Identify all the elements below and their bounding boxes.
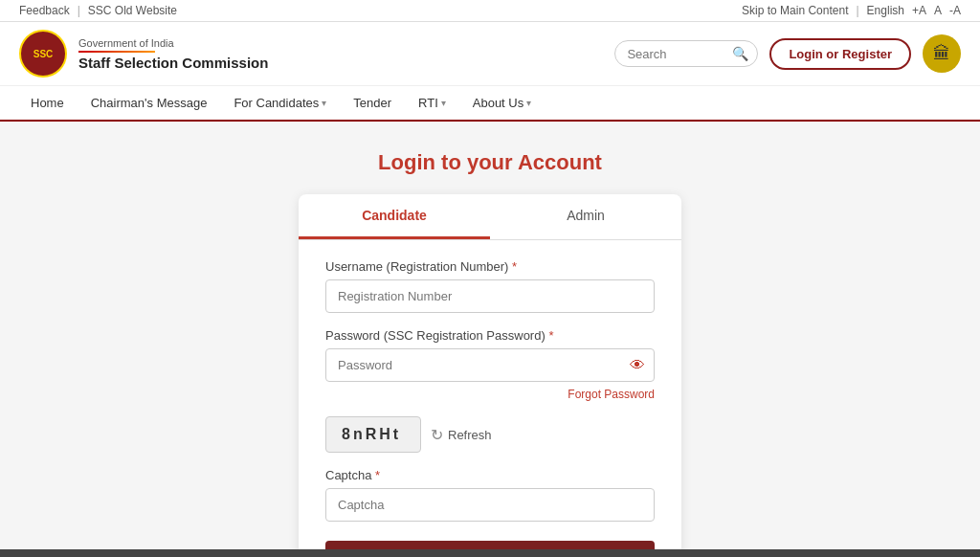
- captcha-input[interactable]: [325, 488, 655, 522]
- gov-label: Government of India: [78, 37, 268, 49]
- national-emblem: 🏛: [923, 34, 961, 73]
- top-separator: |: [78, 4, 80, 17]
- nav-rti[interactable]: RTI ▾: [407, 86, 457, 120]
- tab-candidate[interactable]: Candidate: [299, 194, 490, 239]
- refresh-label: Refresh: [448, 428, 492, 442]
- password-wrap: 👁: [325, 348, 655, 382]
- refresh-icon: ↻: [431, 426, 443, 444]
- logo-area: SSC Government of India Staff Selection …: [19, 30, 268, 78]
- main-content: Login to your Account Candidate Admin Us…: [0, 122, 980, 557]
- font-increase[interactable]: +A: [912, 4, 926, 17]
- tab-admin[interactable]: Admin: [490, 194, 681, 239]
- logo-divider: [78, 51, 155, 53]
- nav-about-us[interactable]: About Us ▾: [461, 86, 543, 120]
- captcha-label: Captcha *: [325, 468, 655, 482]
- nav-for-candidates[interactable]: For Candidates ▾: [222, 86, 338, 120]
- font-decrease[interactable]: -A: [949, 4, 961, 17]
- search-box[interactable]: 🔍: [614, 40, 758, 67]
- page-title: Login to your Account: [19, 150, 961, 175]
- top-bar-right: Skip to Main Content | English +A A -A: [742, 4, 961, 17]
- login-tabs: Candidate Admin: [299, 194, 681, 240]
- ssc-logo: SSC: [19, 30, 67, 78]
- chevron-down-icon: ▾: [322, 98, 326, 108]
- nav-home[interactable]: Home: [19, 86, 76, 120]
- top-bar-left: Feedback | SSC Old Website: [19, 4, 177, 17]
- password-label: Password (SSC Registration Password) *: [325, 328, 655, 343]
- chevron-down-icon: ▾: [441, 98, 446, 108]
- captcha-field-group: Captcha *: [325, 468, 655, 522]
- language-selector[interactable]: English: [867, 4, 904, 17]
- old-website-link[interactable]: SSC Old Website: [88, 4, 177, 17]
- top-bar: Feedback | SSC Old Website Skip to Main …: [0, 0, 980, 22]
- username-label: Username (Registration Number) *: [325, 259, 655, 274]
- chevron-down-icon: ▾: [526, 98, 531, 108]
- org-text: Government of India Staff Selection Comm…: [78, 37, 268, 71]
- forgot-password-link: Forgot Password: [325, 386, 655, 401]
- refresh-captcha-button[interactable]: ↻ Refresh: [431, 426, 492, 444]
- feedback-link[interactable]: Feedback: [19, 4, 70, 17]
- forgot-password-anchor[interactable]: Forgot Password: [568, 388, 655, 401]
- skip-to-main[interactable]: Skip to Main Content: [742, 4, 848, 17]
- password-input[interactable]: [325, 348, 655, 382]
- required-mark: *: [512, 259, 517, 274]
- header-right: 🔍 Login or Register 🏛: [614, 34, 961, 73]
- font-normal[interactable]: A: [934, 4, 942, 17]
- search-input[interactable]: [627, 47, 732, 61]
- login-form: Username (Registration Number) * Passwor…: [299, 240, 681, 557]
- search-icon: 🔍: [732, 46, 748, 61]
- bottom-bar: [0, 549, 980, 557]
- username-field-group: Username (Registration Number) *: [325, 259, 655, 313]
- captcha-display: 8nRHt: [325, 416, 421, 453]
- username-input[interactable]: [325, 279, 655, 313]
- login-register-button[interactable]: Login or Register: [769, 38, 911, 70]
- required-mark: *: [375, 468, 380, 482]
- header: SSC Government of India Staff Selection …: [0, 22, 980, 86]
- password-field-group: Password (SSC Registration Password) * 👁…: [325, 328, 655, 401]
- required-mark: *: [548, 328, 553, 343]
- org-label: Staff Selection Commission: [78, 55, 268, 71]
- login-card: Candidate Admin Username (Registration N…: [299, 194, 681, 557]
- main-nav: Home Chairman's Message For Candidates ▾…: [0, 86, 980, 122]
- show-password-icon[interactable]: 👁: [630, 357, 645, 374]
- captcha-row: 8nRHt ↻ Refresh: [325, 416, 655, 453]
- nav-tender[interactable]: Tender: [342, 86, 403, 120]
- nav-chairmans-message[interactable]: Chairman's Message: [79, 86, 219, 120]
